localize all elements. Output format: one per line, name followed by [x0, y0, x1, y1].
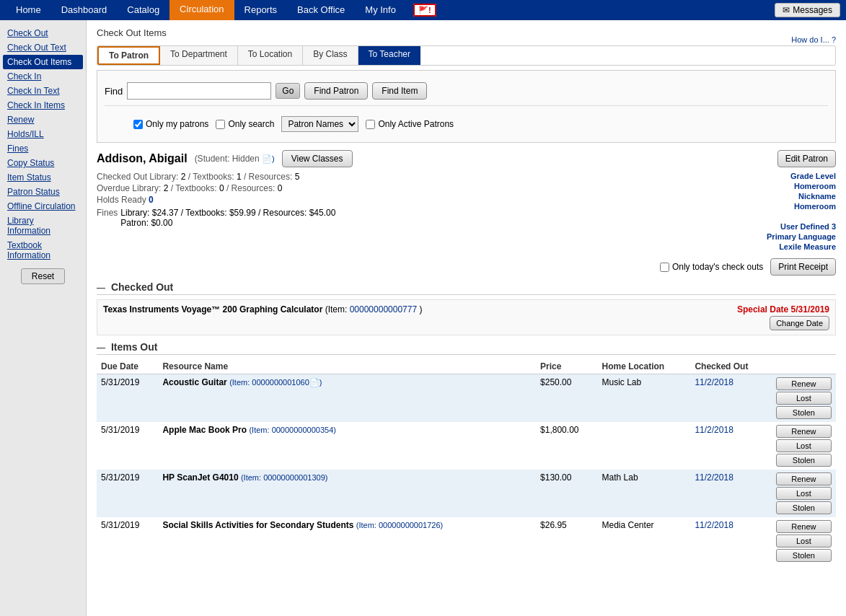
flag-icon[interactable]: 🚩! — [413, 4, 436, 17]
lost-button[interactable]: Lost — [776, 439, 832, 452]
find-item-button[interactable]: Find Item — [372, 82, 427, 100]
table-row: 5/31/2019 Apple Mac Book Pro (Item: 0000… — [97, 422, 836, 470]
tab-to-teacher[interactable]: To Teacher — [358, 46, 420, 65]
checkout-counts-row: Checked Out Library: 2 / Textbooks: 1 / … — [97, 172, 706, 182]
sidebar-item-item-status[interactable]: Item Status — [3, 170, 83, 185]
nav-backoffice[interactable]: Back Office — [287, 0, 355, 20]
col-home-location: Home Location — [598, 359, 691, 374]
search-options: Only my patrons Only search Patron Names… — [105, 113, 828, 136]
only-search-label: Only search — [216, 119, 274, 129]
checked-out-item: Texas Instruments Voyage™ 200 Graphing C… — [97, 299, 836, 335]
sidebar-item-fines[interactable]: Fines — [3, 141, 83, 156]
search-bar: Find Go Find Patron Find Item — [105, 76, 828, 106]
sidebar-item-checkin-text[interactable]: Check In Text — [3, 84, 83, 98]
sidebar-item-checkout-text[interactable]: Check Out Text — [3, 40, 83, 55]
price-cell: $1,800.00 — [536, 422, 597, 470]
nav-dashboard[interactable]: Dashboard — [51, 0, 118, 20]
page-title: Check Out Items — [97, 27, 836, 38]
view-classes-button[interactable]: View Classes — [282, 150, 353, 167]
lost-button[interactable]: Lost — [776, 487, 832, 500]
print-receipt-button[interactable]: Print Receipt — [770, 258, 836, 276]
homeroom-label: Homeroom — [721, 182, 836, 190]
renew-button[interactable]: Renew — [776, 520, 832, 533]
nickname-label: Nickname — [721, 192, 836, 201]
sidebar-item-checkout-items[interactable]: Check Out Items — [3, 55, 83, 69]
due-date-cell: 5/31/2019 — [97, 374, 158, 423]
price-cell: $130.00 — [536, 470, 597, 517]
due-date-cell: 5/31/2019 — [97, 517, 158, 565]
home-location-cell — [598, 422, 691, 470]
reset-button[interactable]: Reset — [21, 268, 65, 284]
price-cell: $250.00 — [536, 374, 597, 423]
top-navigation: Home Dashboard Catalog Circulation Repor… — [0, 0, 846, 20]
stolen-button[interactable]: Stolen — [776, 501, 832, 514]
only-active-patrons-checkbox[interactable]: Only Active Patrons — [366, 119, 454, 129]
go-button[interactable]: Go — [276, 83, 300, 99]
fines-detail: Library: $24.37 / Textbooks: $59.99 / Re… — [120, 208, 335, 218]
nav-circulation[interactable]: Circulation — [169, 0, 234, 21]
renew-button[interactable]: Renew — [776, 472, 832, 485]
edit-patron-button[interactable]: Edit Patron — [777, 150, 836, 167]
checked-out-date-cell: 11/2/2018 — [690, 422, 771, 470]
sidebar-item-offline-circ[interactable]: Offline Circulation — [3, 199, 83, 214]
due-date-cell: 5/31/2019 — [97, 470, 158, 517]
nav-reports[interactable]: Reports — [234, 0, 288, 20]
lost-button[interactable]: Lost — [776, 534, 832, 547]
resource-name-cell: Apple Mac Book Pro (Item: 00000000000354… — [158, 422, 536, 470]
sidebar-item-renew[interactable]: Renew — [3, 113, 83, 127]
tab-to-patron[interactable]: To Patron — [97, 46, 160, 65]
find-patron-button[interactable]: Find Patron — [304, 82, 368, 100]
sidebar-item-checkout[interactable]: Check Out — [3, 26, 83, 40]
grade-level-label: Grade Level — [721, 172, 836, 180]
nav-home[interactable]: Home — [6, 0, 51, 20]
renew-button[interactable]: Renew — [776, 377, 832, 390]
sidebar-item-copy-status[interactable]: Copy Status — [3, 156, 83, 170]
renew-button[interactable]: Renew — [776, 425, 832, 438]
sidebar-item-textbook-info[interactable]: Textbook Information — [3, 238, 83, 263]
patron-type: (Student: Hidden 📄) — [195, 154, 275, 164]
due-date-cell: 5/31/2019 — [97, 422, 158, 470]
sidebar-item-checkin[interactable]: Check In — [3, 69, 83, 84]
special-date-area: Special Date 5/31/2019 Change Date — [737, 304, 829, 330]
stolen-button[interactable]: Stolen — [776, 454, 832, 467]
search-type-select[interactable]: Patron Names Barcode ID Number — [281, 116, 358, 132]
tab-to-location[interactable]: To Location — [238, 46, 303, 65]
sidebar-item-patron-status[interactable]: Patron Status — [3, 185, 83, 199]
holds-ready-row: Holds Ready 0 — [97, 195, 706, 205]
only-todays-checkbox[interactable]: Only today's check outs — [660, 262, 763, 272]
resource-name-cell: Acoustic Guitar (Item: 0000000001060📄) — [158, 374, 536, 423]
only-my-patrons-checkbox[interactable]: Only my patrons — [133, 119, 208, 129]
table-row: 5/31/2019 HP ScanJet G4010 (Item: 000000… — [97, 470, 836, 517]
help-icon: ? — [832, 35, 836, 44]
items-out-header: — Items Out — [97, 341, 836, 355]
search-input[interactable] — [127, 82, 271, 100]
lost-button[interactable]: Lost — [776, 392, 832, 405]
items-table: Due Date Resource Name Price Home Locati… — [97, 359, 836, 565]
patron-header: Addison, Abigail (Student: Hidden 📄) Vie… — [97, 150, 836, 167]
sidebar-item-library-info[interactable]: Library Information — [3, 214, 83, 238]
sidebar-item-holds-ill[interactable]: Holds/ILL — [3, 127, 83, 141]
change-date-button[interactable]: Change Date — [770, 316, 829, 330]
nav-catalog[interactable]: Catalog — [117, 0, 169, 20]
messages-label: Messages — [793, 5, 832, 15]
action-buttons-cell: Renew Lost Stolen — [772, 517, 836, 565]
nav-myinfo[interactable]: My Info — [355, 0, 406, 20]
home-location-cell: Math Lab — [598, 470, 691, 517]
home-location-cell: Media Center — [598, 517, 691, 565]
table-row: 5/31/2019 Acoustic Guitar (Item: 0000000… — [97, 374, 836, 423]
fines-row: Fines Library: $24.37 / Textbooks: $59.9… — [97, 208, 706, 228]
stolen-button[interactable]: Stolen — [776, 549, 832, 562]
overdue-counts-row: Overdue Library: 2 / Textbooks: 0 / Reso… — [97, 183, 706, 193]
stolen-button[interactable]: Stolen — [776, 406, 832, 419]
messages-button[interactable]: ✉ Messages — [775, 3, 840, 17]
sidebar-item-checkin-items[interactable]: Check In Items — [3, 98, 83, 113]
action-buttons-cell: Renew Lost Stolen — [772, 470, 836, 517]
patron-hidden-icon: 📄) — [262, 154, 275, 163]
how-do-i-link[interactable]: How do I... ? — [791, 35, 836, 44]
primary-language-label: Primary Language — [721, 232, 836, 241]
action-buttons-cell: Renew Lost Stolen — [772, 422, 836, 470]
tab-by-class[interactable]: By Class — [303, 46, 358, 65]
col-checked-out: Checked Out — [690, 359, 771, 374]
col-actions — [772, 359, 836, 374]
tab-to-department[interactable]: To Department — [160, 46, 238, 65]
